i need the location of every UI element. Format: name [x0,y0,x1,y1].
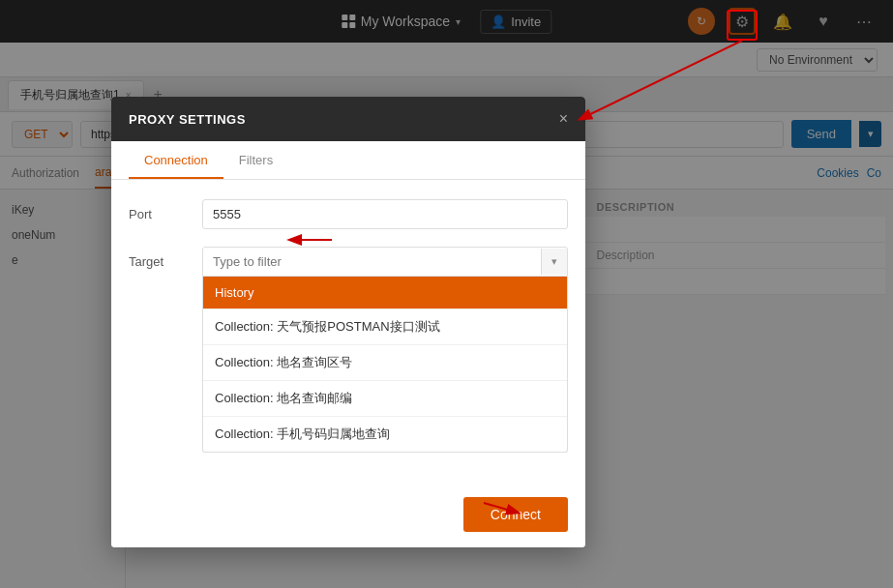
proxy-settings-modal: PROXY SETTINGS × Connection Filters Port… [111,97,585,547]
filter-input-row: ▾ [202,247,568,277]
modal-footer: Connect [111,485,585,547]
connect-button[interactable]: Connect [463,497,568,532]
tab-filters[interactable]: Filters [223,141,288,179]
port-input[interactable] [202,199,568,229]
filter-input[interactable] [203,248,541,276]
target-row: Target ▾ History Collection: 天气预报POSTMAN… [129,247,568,453]
modal-body: Port Target ▾ History Collection: 天气预报PO… [111,180,585,485]
target-label: Target [129,247,187,269]
dropdown-item-history[interactable]: History [203,277,567,309]
modal-title: PROXY SETTINGS [129,112,246,127]
port-row: Port [129,199,568,229]
dropdown-list: History Collection: 天气预报POSTMAN接口测试 Coll… [202,277,568,453]
dropdown-arrow-icon[interactable]: ▾ [541,249,567,275]
port-label: Port [129,199,187,221]
target-wrapper: ▾ History Collection: 天气预报POSTMAN接口测试 Co… [202,247,568,453]
modal-header: PROXY SETTINGS × [111,97,585,141]
modal-close-button[interactable]: × [559,110,568,128]
dropdown-item-tianqi[interactable]: Collection: 天气预报POSTMAN接口测试 [203,309,567,345]
tab-connection[interactable]: Connection [129,141,223,179]
dropdown-item-shouji[interactable]: Collection: 手机号码归属地查询 [203,417,567,452]
dropdown-item-diming1[interactable]: Collection: 地名查询区号 [203,345,567,381]
modal-tabs: Connection Filters [111,141,585,180]
dropdown-item-diming2[interactable]: Collection: 地名查询邮编 [203,381,567,417]
